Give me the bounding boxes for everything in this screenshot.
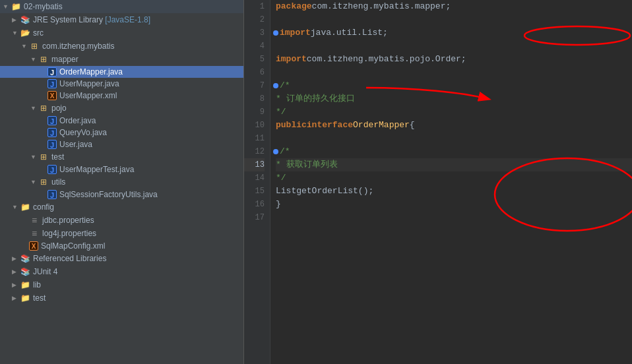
line-number: 8 bbox=[244, 92, 265, 106]
src-icon: 📂 bbox=[20, 28, 30, 38]
tree-item-config[interactable]: ▼📁config bbox=[0, 200, 243, 214]
tree-item-02-mybatis[interactable]: ▼📁02-mybatis bbox=[0, 0, 243, 13]
tree-arrow[interactable]: ▼ bbox=[3, 3, 11, 10]
tree-item-label: lib bbox=[33, 280, 41, 289]
tree-item-Referenced Libraries[interactable]: ▶📚Referenced Libraries bbox=[0, 252, 243, 265]
tree-item-label: JUnit 4 bbox=[33, 267, 57, 276]
tree-item-log4j.properties[interactable]: ≡log4j.properties bbox=[0, 227, 243, 240]
tree-item-OrderMapper.java[interactable]: JOrderMapper.java bbox=[0, 66, 243, 78]
file-tree[interactable]: ▼📁02-mybatis▶📚JRE System Library [JavaSE… bbox=[0, 0, 244, 364]
prop-icon: ≡ bbox=[29, 228, 40, 239]
tree-item-label: Referenced Libraries bbox=[33, 254, 106, 263]
tree-item-jre[interactable]: ▶📚JRE System Library [JavaSE-1.8] bbox=[0, 13, 243, 26]
tree-item-jdbc.properties[interactable]: ≡jdbc.properties bbox=[0, 214, 243, 227]
line-number: 2 bbox=[244, 13, 265, 26]
folder-icon: 📁 bbox=[20, 280, 30, 290]
tree-item-SqlMapConfig.xml[interactable]: XSqlMapConfig.xml bbox=[0, 240, 243, 252]
code-line: */ bbox=[276, 171, 632, 185]
tree-item-UserMapper.java[interactable]: JUserMapper.java bbox=[0, 78, 243, 90]
tree-item-label: UserMapper.java bbox=[59, 79, 119, 88]
line-number: 17 bbox=[244, 211, 265, 224]
line-number: 11 bbox=[244, 132, 265, 145]
pkg-icon: ⊞ bbox=[38, 152, 49, 162]
tree-item-Order.java[interactable]: JOrder.java bbox=[0, 115, 243, 127]
code-content: package com.itzheng.mybatis.mapper; impo… bbox=[270, 0, 632, 364]
code-line: } bbox=[276, 198, 632, 211]
line-number: 14 bbox=[244, 171, 265, 185]
line-number: 3 bbox=[244, 26, 265, 40]
tree-item-User.java[interactable]: JUser.java bbox=[0, 138, 243, 150]
tree-item-src[interactable]: ▼📂src bbox=[0, 26, 243, 40]
code-line: package com.itzheng.mybatis.mapper; bbox=[276, 0, 632, 13]
code-area: 1234567891011121314151617 package com.it… bbox=[244, 0, 632, 364]
java-icon: J bbox=[47, 79, 57, 88]
tree-arrow[interactable]: ▼ bbox=[30, 56, 38, 63]
line-number: 5 bbox=[244, 53, 265, 66]
tree-item-JUnit 4[interactable]: ▶📚JUnit 4 bbox=[0, 265, 243, 278]
tree-item-label: UserMapper.xml bbox=[59, 91, 117, 100]
tree-item-label: jdbc.properties bbox=[42, 216, 94, 225]
code-line: List getOrderList(); bbox=[276, 185, 632, 198]
xml-icon: X bbox=[47, 91, 57, 100]
tree-item-mapper[interactable]: ▼⊞mapper bbox=[0, 53, 243, 66]
tree-arrow[interactable]: ▶ bbox=[12, 282, 20, 288]
line-number: 1 bbox=[244, 0, 265, 13]
line-number: 7 bbox=[244, 79, 265, 92]
code-line: * 订单的持久化接口 bbox=[276, 92, 632, 106]
code-line bbox=[276, 40, 632, 53]
tree-item-UserMapper.xml[interactable]: XUserMapper.xml bbox=[0, 90, 243, 102]
pkg-icon: ⊞ bbox=[38, 177, 49, 187]
tree-item-label: JRE System Library [JavaSE-1.8] bbox=[33, 15, 150, 24]
java-icon: J bbox=[47, 116, 57, 125]
tree-item-label: config bbox=[33, 202, 54, 212]
tree-item-label: src bbox=[33, 28, 44, 38]
tree-arrow[interactable]: ▶ bbox=[12, 16, 20, 23]
tree-arrow[interactable]: ▶ bbox=[12, 295, 20, 301]
tree-arrow[interactable]: ▼ bbox=[12, 30, 20, 36]
line-number: 15 bbox=[244, 185, 265, 198]
prop-icon: ≡ bbox=[29, 215, 40, 226]
tree-item-UserMapperTest.java[interactable]: JUserMapperTest.java bbox=[0, 164, 243, 175]
tree-arrow[interactable]: ▼ bbox=[30, 105, 38, 111]
java-icon: J bbox=[47, 165, 57, 174]
tree-item-utils[interactable]: ▼⊞utils bbox=[0, 175, 243, 189]
pkg-icon: ⊞ bbox=[38, 54, 49, 65]
tree-arrow[interactable]: ▶ bbox=[12, 255, 20, 262]
line-number: 12 bbox=[244, 145, 265, 158]
java-icon: J bbox=[47, 67, 57, 76]
code-line: import java.util.List; bbox=[276, 26, 632, 40]
code-line: /* bbox=[276, 145, 632, 158]
tree-arrow[interactable]: ▼ bbox=[30, 154, 38, 160]
code-line bbox=[276, 211, 632, 224]
code-line: /* bbox=[276, 79, 632, 92]
tree-arrow[interactable]: ▶ bbox=[12, 268, 20, 275]
tree-item-pojo[interactable]: ▼⊞pojo bbox=[0, 102, 243, 115]
breakpoint-marker bbox=[273, 149, 278, 154]
java-icon: J bbox=[47, 190, 57, 199]
tree-item-label: com.itzheng.mybatis bbox=[42, 42, 114, 51]
code-line: * 获取订单列表 bbox=[276, 158, 632, 171]
code-editor: 1234567891011121314151617 package com.it… bbox=[244, 0, 632, 364]
tree-item-com.itzheng.mybatis[interactable]: ▼⊞com.itzheng.mybatis bbox=[0, 40, 243, 53]
project-icon: 📁 bbox=[11, 1, 21, 12]
lib-icon: 📚 bbox=[20, 266, 30, 277]
line-number: 13 bbox=[244, 158, 265, 171]
code-line: */ bbox=[276, 106, 632, 119]
java-icon: J bbox=[47, 140, 57, 149]
tree-item-label: QueryVo.java bbox=[59, 128, 107, 137]
tree-item-test-root[interactable]: ▶📁test bbox=[0, 291, 243, 305]
tree-item-SqlSessionFactoryUtils.java[interactable]: JSqlSessionFactoryUtils.java bbox=[0, 189, 243, 200]
tree-arrow[interactable]: ▼ bbox=[12, 204, 20, 210]
breakpoint-marker bbox=[273, 30, 278, 36]
breakpoint-marker bbox=[273, 83, 278, 88]
tree-item-label: pojo bbox=[51, 104, 67, 113]
tree-item-lib[interactable]: ▶📁lib bbox=[0, 278, 243, 291]
tree-item-test[interactable]: ▼⊞test bbox=[0, 150, 243, 164]
tree-item-QueryVo.java[interactable]: JQueryVo.java bbox=[0, 127, 243, 138]
folder-icon: 📁 bbox=[20, 202, 30, 212]
tree-arrow[interactable]: ▼ bbox=[21, 43, 29, 49]
tree-item-label: mapper bbox=[51, 55, 79, 64]
tree-arrow[interactable]: ▼ bbox=[30, 179, 38, 185]
tree-item-label: Order.java bbox=[59, 116, 96, 125]
tree-item-label: OrderMapper.java bbox=[59, 67, 123, 76]
